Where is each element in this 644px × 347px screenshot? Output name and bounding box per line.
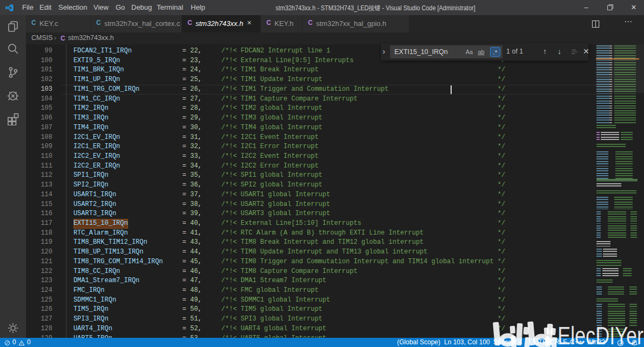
svg-text:ElecDIYer: ElecDIYer — [558, 322, 643, 347]
